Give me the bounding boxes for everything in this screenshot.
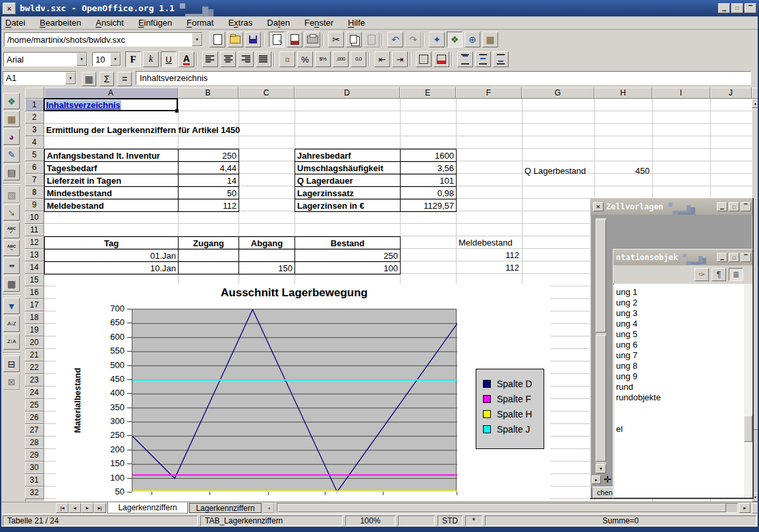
movement-header-zugang[interactable]: Zugang [178,236,239,250]
presentation-titlebar[interactable]: ntationsobjek ▁ □ ▔ [613,250,752,265]
spellcheck-icon[interactable]: ABC✓ [3,222,20,238]
movement-cell-r0c1[interactable] [178,249,239,262]
row-header-5[interactable]: 5 [25,149,44,161]
row-header-25[interactable]: 25 [25,399,44,412]
row-header-10[interactable]: 10 [25,211,44,224]
align-left-button[interactable] [202,51,218,67]
row-header-27[interactable]: 27 [25,424,44,437]
edit-file-icon[interactable] [269,32,285,47]
cell-reference[interactable]: A1 [3,73,65,83]
fill-format-mode-icon[interactable]: ✑ [694,268,709,281]
column-header-f[interactable]: F [456,88,522,99]
status-zoom[interactable]: 100% [345,516,395,526]
cell-meldebestand-1[interactable]: 112 [456,249,519,261]
menu-fenster[interactable]: Fenster [304,18,333,28]
font-color-button[interactable]: A [179,51,194,67]
font-name-combobox[interactable]: Arial ▼ [3,52,88,66]
increase-indent-button[interactable]: ⇥ [392,51,408,67]
style-list-item-10[interactable]: rundobjekte [616,392,661,402]
kpi-right-value-4[interactable]: 1129,57 [400,199,457,212]
movement-header-bestand[interactable]: Bestand [295,236,401,250]
sort-descending-icon[interactable]: Z↓A [3,333,20,350]
decrease-indent-button[interactable]: ⇤ [374,51,390,67]
autofilter-icon[interactable]: ▼ [3,298,20,314]
kpi-right-value-3[interactable]: 0,98 [400,186,457,200]
kpi-left-label-1[interactable]: Tagesbedarf [44,161,179,174]
menu-format[interactable]: Format [186,18,213,28]
row-header-23[interactable]: 23 [25,374,44,386]
name-box-dropdown-icon[interactable]: ▼ [65,72,76,84]
maximize-button[interactable]: □ [729,253,739,262]
style-list-item-13[interactable]: el [616,423,623,434]
url-value[interactable]: /home/martinix/shots/bwldv.sxc [5,35,192,45]
scroll-right-icon[interactable]: ▸ [739,503,750,513]
scroll-right-icon[interactable]: ▸ [592,475,601,484]
tab-overflow-left-icon[interactable]: ◂ [264,503,274,513]
row-header-17[interactable]: 17 [25,299,44,311]
theme-selection-icon[interactable]: ➘ [3,204,20,221]
sheet-tab-active[interactable]: Lagerkennziffern [107,502,188,514]
movement-cell-r1c3[interactable]: 100 [295,261,401,275]
url-combobox[interactable]: /home/martinix/shots/bwldv.sxc ▼ [4,32,203,47]
first-sheet-icon[interactable]: |◂ [56,503,69,513]
style-list-item-5[interactable]: ung 6 [616,339,638,350]
style-list-item-6[interactable]: ung 7 [616,350,638,360]
font-name-dropdown-icon[interactable]: ▼ [76,53,87,66]
redo-icon[interactable]: ↷ [405,32,421,47]
insert-object-icon[interactable]: ◕ [3,128,20,145]
horizontal-scrollbar[interactable] [277,503,738,513]
update-style-icon[interactable]: ≣ [729,268,743,281]
insert-icon[interactable]: ❖ [3,93,20,109]
movement-cell-r0c0[interactable]: 01.Jan [44,249,179,262]
row-header-21[interactable]: 21 [25,349,44,361]
gallery-icon[interactable]: ▦ [482,32,498,47]
scroll-down-icon[interactable]: ▼ [596,464,606,473]
group-icon[interactable]: ⊟ [3,356,20,372]
previous-sheet-icon[interactable]: ◂ [69,503,81,513]
chart-object[interactable]: Ausschnitt Lagerbewegung5010015020025030… [56,284,550,501]
sort-ascending-icon[interactable]: A↓Z [3,315,20,332]
cell-meldebestand-2[interactable]: 112 [456,261,519,274]
autospellcheck-icon[interactable]: ABC~ [3,240,20,256]
paste-icon[interactable] [364,32,380,47]
new-document-icon[interactable] [210,32,225,47]
menu-extras[interactable]: Extras [228,18,252,28]
next-sheet-icon[interactable]: ▸ [81,503,94,513]
name-box[interactable]: A1 ▼ [3,71,76,85]
cell-q-lagerbestand-label[interactable]: Q Lagerbestand [524,165,586,177]
open-icon[interactable] [227,32,243,47]
sum-icon[interactable]: Σ [99,72,114,86]
delete-decimal-button[interactable]: 0,0 [351,51,366,67]
style-list-item-4[interactable]: ung 5 [616,329,638,339]
draw-functions-icon[interactable]: ✎ [3,146,20,163]
sheet-tab-inactive[interactable]: Lagerkennziffern [189,503,262,513]
cell-meldebestand-header[interactable]: Meldebestand [459,236,513,249]
row-header-22[interactable]: 22 [25,361,44,374]
data-sources-icon[interactable]: ▦ [3,275,20,292]
row-header-4[interactable]: 4 [25,136,44,149]
row-header-19[interactable]: 19 [25,324,44,336]
autoformat-icon[interactable]: ▧ [3,186,20,203]
kpi-left-label-2[interactable]: Lieferzeit in Tagen [44,174,179,187]
style-list-item-0[interactable]: ung 1 [616,286,638,297]
undo-icon[interactable]: ↶ [387,32,403,47]
save-icon[interactable] [245,32,261,47]
scrollbar-thumb[interactable] [744,415,752,442]
last-sheet-icon[interactable]: ▸| [94,503,106,513]
style-list-scrollbar[interactable] [744,284,752,497]
column-header-a[interactable]: A [44,88,178,99]
movement-header-tag[interactable]: Tag [44,236,179,250]
kpi-left-value-1[interactable]: 4,44 [178,161,239,174]
row-header-26[interactable]: 26 [25,412,44,424]
close-icon[interactable]: × [593,202,604,211]
align-bottom-button[interactable] [493,51,509,67]
underline-button[interactable]: U [161,51,177,67]
column-header-e[interactable]: E [400,88,456,99]
add-decimal-button[interactable]: ,000 [333,51,349,67]
stylist-window-presentation[interactable]: ntationsobjek ▁ □ ▔ ✑¶≣ ung 1ung 2ung 3u… [613,249,753,498]
movement-cell-r1c0[interactable]: 10.Jan [44,261,179,275]
find-replace-icon[interactable]: ●● [3,257,20,274]
borders-button[interactable] [416,51,432,67]
italic-button[interactable]: k [143,51,159,67]
style-list-item-2[interactable]: ung 3 [616,307,638,318]
